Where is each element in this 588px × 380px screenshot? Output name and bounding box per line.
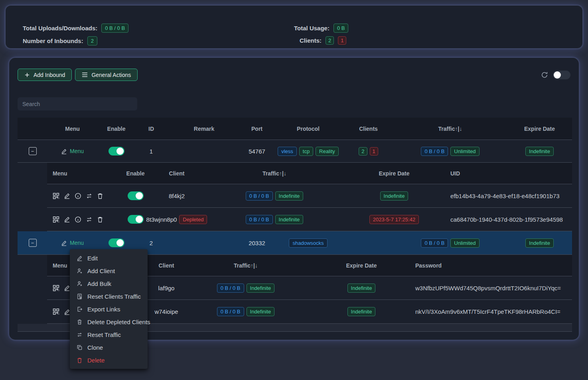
header-client: Client	[149, 262, 184, 269]
menu-item-edit[interactable]: Edit	[70, 252, 148, 264]
info-icon[interactable]	[75, 193, 81, 199]
client-uid: efb14b43-4a79-4e83-ef18-e48cf1901b73	[450, 193, 560, 199]
add-inbound-button[interactable]: Add Inbound	[18, 69, 72, 81]
clients-active-badge: 2	[326, 36, 334, 45]
enable-toggle[interactable]	[128, 215, 144, 224]
stat-label: Number of Inbounds:	[23, 37, 83, 44]
delete-icon[interactable]	[97, 193, 103, 199]
edit-icon	[61, 148, 67, 154]
traffic-limit-badge: Unlimited	[450, 238, 479, 248]
clone-icon	[77, 345, 83, 350]
enable-toggle[interactable]	[109, 238, 124, 247]
header-enable: Enable	[122, 170, 149, 177]
menu-lines-icon	[82, 72, 88, 77]
menu-item-add-bulk[interactable]: Add Bulk	[70, 277, 148, 290]
header-traffic-sort[interactable]: Traffic↑|↓	[184, 262, 308, 269]
stat-total-uploads-downloads: Total Uploads/Downloads: 0 B / 0 B	[23, 24, 128, 33]
menu-item-label: Edit	[87, 255, 98, 262]
add-bulk-icon	[77, 281, 83, 287]
inbound-expire: Indefinite	[507, 147, 572, 156]
clients-depleted-badge: 1	[370, 147, 378, 156]
edit-icon[interactable]	[64, 309, 70, 315]
delete-icon[interactable]	[97, 216, 103, 223]
menu-item-reset-clients-traffic[interactable]: Reset Clients Traffic	[70, 290, 148, 303]
reset-traffic-icon[interactable]	[86, 216, 93, 223]
client-row: 8t3wjnn8p0 Depleted 0 B / 0 B Indefinite…	[47, 208, 572, 231]
qr-code-icon[interactable]	[53, 308, 59, 315]
client-uid: ca68470b-1940-437d-802b-1f9573e94598	[450, 216, 563, 223]
enable-toggle[interactable]	[109, 147, 124, 156]
header-uid: UID	[444, 170, 572, 177]
inbound-menu-trigger[interactable]: Menu	[61, 240, 84, 246]
edit-icon[interactable]	[64, 285, 70, 291]
expire-badge: Indefinite	[347, 307, 376, 316]
inbound-id: 1	[135, 148, 167, 155]
header-traffic-sort[interactable]: Traffic↑|↓	[393, 126, 507, 132]
menu-item-add-client[interactable]: Add Client	[70, 264, 148, 277]
traffic-badge: 0 B / 0 B	[217, 307, 244, 316]
qr-code-icon[interactable]	[53, 285, 59, 291]
transport-badge: tcp	[299, 147, 313, 156]
search-input[interactable]	[18, 97, 137, 110]
client-row: 8f4kj2 0 B / 0 B Indefinite Indefinite e…	[47, 184, 572, 208]
collapse-row-button[interactable]: −	[29, 147, 37, 155]
client-password: w3NfbzUPf5WWd745Q8pvsmQrdrttT2IO6knuI7Di…	[415, 285, 561, 291]
dark-mode-toggle[interactable]	[553, 71, 570, 79]
inbound-clients-count: 2 1	[343, 147, 393, 156]
clients-depleted-badge: 1	[338, 36, 346, 45]
menu-item-label: Clone	[87, 344, 103, 351]
expire-badge: Indefinite	[347, 284, 376, 293]
header-enable: Enable	[97, 126, 135, 132]
inbound-protocols: shadowsocks	[273, 238, 343, 248]
stat-number-of-inbounds: Number of Inbounds: 2	[23, 36, 97, 45]
traffic-badge: 0 B / 0 B	[246, 191, 273, 201]
stat-value-badge: 0 B / 0 B	[101, 24, 128, 33]
inbound-traffic: 0 B / 0 B Unlimited	[393, 238, 507, 248]
edit-icon	[77, 255, 83, 261]
header-id: ID	[135, 126, 167, 132]
menu-item-label: Reset Traffic	[87, 331, 121, 338]
info-icon[interactable]	[75, 216, 81, 223]
edit-icon[interactable]	[64, 216, 70, 222]
general-actions-button[interactable]: General Actions	[75, 69, 138, 81]
inbound-menu-trigger[interactable]: Menu	[61, 148, 84, 154]
stat-label: Clients:	[300, 37, 322, 44]
header-clients: Clients	[343, 126, 393, 132]
edit-icon[interactable]	[64, 193, 70, 199]
menu-item-label: Add Bulk	[87, 280, 111, 287]
inbound-row-1: − Menu 1 54767 vless tcp Reality 2 1 0	[18, 140, 572, 163]
stat-label: Total Uploads/Downloads:	[23, 25, 97, 32]
menu-item-delete-depleted-clients[interactable]: Delete Depleted Clients	[70, 315, 148, 328]
expire-badge: Indefinite	[525, 147, 554, 156]
header-traffic-sort[interactable]: Traffic↑|↓	[205, 170, 344, 177]
enable-toggle[interactable]	[128, 191, 144, 200]
inbound-port: 20332	[241, 240, 273, 246]
reset-traffic-icon[interactable]	[86, 193, 93, 199]
table-header-row: Menu Enable ID Remark Port Protocol Clie…	[18, 118, 572, 140]
client-expire: Indefinite	[344, 191, 444, 201]
qr-code-icon[interactable]	[53, 216, 59, 223]
menu-link-label: Menu	[70, 240, 84, 246]
traffic-limit-badge: Indefinite	[275, 215, 304, 224]
menu-item-reset-traffic[interactable]: Reset Traffic	[70, 328, 148, 341]
header-expire-date: Expire Date	[507, 126, 572, 132]
expire-badge: Indefinite	[380, 191, 408, 201]
traffic-badge: 0 B / 0 B	[421, 147, 448, 156]
menu-item-label: Reset Clients Traffic	[87, 293, 141, 300]
client-expire: 2023-5-7 17:25:42	[344, 215, 444, 224]
menu-item-export-links[interactable]: Export Links	[70, 303, 148, 315]
qr-code-icon[interactable]	[53, 193, 59, 199]
traffic-limit-badge: Indefinite	[275, 191, 304, 201]
client-traffic: 0 B / 0 B Indefinite	[184, 284, 308, 293]
inbound-traffic: 0 B / 0 B Unlimited	[393, 147, 507, 156]
menu-item-clone[interactable]: Clone	[70, 341, 148, 354]
menu-item-delete[interactable]: Delete	[70, 354, 148, 366]
refresh-icon[interactable]	[541, 71, 548, 79]
stats-card: Total Uploads/Downloads: 0 B / 0 B Numbe…	[5, 5, 583, 49]
header-port: Port	[241, 126, 273, 132]
client-expire: Indefinite	[308, 307, 415, 316]
client-expire: Indefinite	[308, 284, 415, 293]
header-expire-date: Expire Date	[344, 170, 444, 177]
collapse-row-button[interactable]: −	[29, 239, 37, 247]
protocol-badge: vless	[278, 147, 297, 156]
